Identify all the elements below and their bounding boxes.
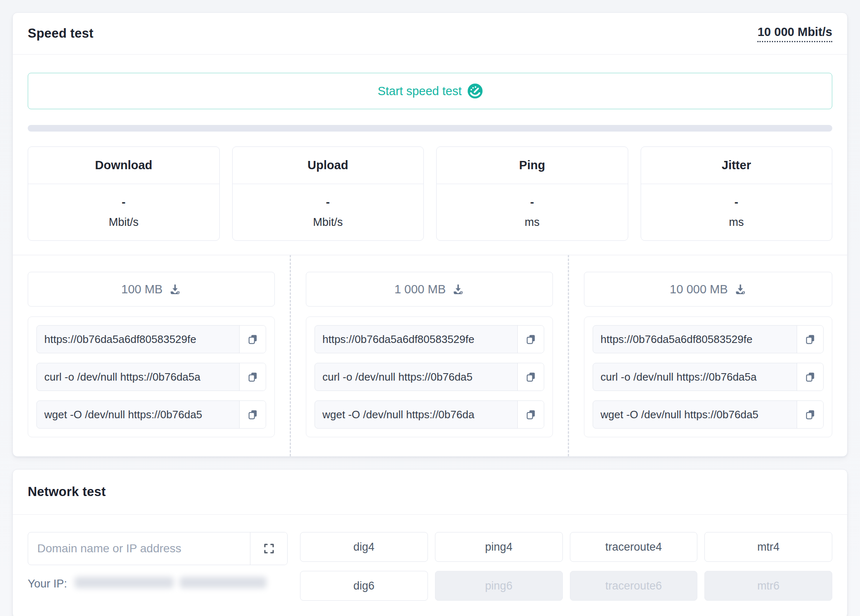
download-10000mb-button[interactable]: 10 000 MB	[584, 272, 832, 307]
stat-unit: ms	[437, 216, 628, 229]
domain-input[interactable]	[28, 532, 250, 565]
download-columns: 100 MB https://0b76da5a6df80583529fe	[13, 255, 847, 456]
expand-button[interactable]	[250, 532, 287, 565]
copy-wget-button[interactable]	[797, 401, 823, 428]
stat-value: -	[437, 195, 628, 209]
start-speed-test-button[interactable]: Start speed test	[28, 73, 832, 109]
command-row-wget: wget -O /dev/null https://0b76da5	[36, 400, 266, 429]
copy-icon	[247, 372, 258, 382]
copy-icon	[805, 409, 816, 420]
url-field[interactable]: https://0b76da5a6df80583529fe	[593, 326, 797, 353]
curl-field[interactable]: curl -o /dev/null https://0b76da5a	[593, 363, 797, 391]
start-speed-test-label: Start speed test	[377, 84, 461, 98]
command-row-curl: curl -o /dev/null https://0b76da5	[315, 363, 544, 391]
download-size-label: 10 000 MB	[670, 283, 728, 296]
copy-icon	[526, 334, 536, 345]
your-ip-row: Your IP:	[28, 577, 288, 591]
command-row-curl: curl -o /dev/null https://0b76da5a	[36, 363, 266, 391]
stat-label: Download	[28, 147, 219, 184]
stat-card-upload: Upload - Mbit/s	[232, 146, 424, 241]
command-row-url: https://0b76da5a6df80583529fe	[315, 325, 544, 353]
curl-field[interactable]: curl -o /dev/null https://0b76da5a	[37, 363, 239, 391]
speedometer-icon	[468, 84, 483, 98]
stat-label: Upload	[233, 147, 424, 184]
curl-field[interactable]: curl -o /dev/null https://0b76da5	[315, 363, 517, 391]
copy-icon	[247, 334, 258, 345]
stats-grid: Download - Mbit/s Upload - Mbit/s Ping	[28, 146, 832, 241]
download-column-1000mb: 1 000 MB https://0b76da5a6df80583529fe	[291, 255, 569, 456]
download-1000mb-button[interactable]: 1 000 MB	[306, 272, 553, 307]
url-field[interactable]: https://0b76da5a6df80583529fe	[315, 326, 517, 353]
stat-unit: Mbit/s	[233, 216, 424, 229]
download-100mb-button[interactable]: 100 MB	[28, 272, 275, 307]
tool-button-mtr4[interactable]: mtr4	[704, 532, 832, 562]
command-box: https://0b76da5a6df80583529fe curl -o	[28, 316, 275, 437]
tool-button-dig6[interactable]: dig6	[300, 571, 428, 601]
stat-card-jitter: Jitter - ms	[641, 146, 833, 241]
network-test-body: Your IP: dig4 ping4 traceroute4 mtr4 dig…	[13, 515, 847, 616]
tool-button-ping4[interactable]: ping4	[435, 532, 563, 562]
copy-icon	[526, 409, 536, 420]
stat-label: Ping	[437, 147, 628, 184]
copy-url-button[interactable]	[797, 326, 823, 353]
stat-value: -	[28, 195, 219, 209]
wget-field[interactable]: wget -O /dev/null https://0b76da5	[37, 401, 239, 428]
speed-test-body: Start speed test	[13, 55, 847, 241]
stat-unit: Mbit/s	[28, 216, 219, 229]
copy-wget-button[interactable]	[517, 401, 544, 428]
speed-test-header: Speed test 10 000 Mbit/s	[13, 13, 847, 55]
tool-button-mtr6[interactable]: mtr6	[704, 571, 832, 601]
copy-curl-button[interactable]	[517, 363, 544, 391]
tool-button-ping6[interactable]: ping6	[435, 571, 563, 601]
your-ip-label: Your IP:	[28, 578, 67, 590]
copy-url-button[interactable]	[239, 326, 266, 353]
stat-value: -	[641, 195, 832, 209]
tool-button-dig4[interactable]: dig4	[300, 532, 428, 562]
download-size-label: 1 000 MB	[394, 283, 446, 296]
stat-value: -	[233, 195, 424, 209]
download-icon	[169, 283, 181, 295]
command-row-url: https://0b76da5a6df80583529fe	[36, 325, 266, 353]
download-column-10000mb: 10 000 MB https://0b76da5a6df80583529fe	[569, 255, 847, 456]
copy-wget-button[interactable]	[239, 401, 266, 428]
command-row-url: https://0b76da5a6df80583529fe	[593, 325, 824, 353]
copy-icon	[805, 372, 816, 382]
wget-field[interactable]: wget -O /dev/null https://0b76da5	[593, 401, 797, 428]
copy-curl-button[interactable]	[239, 363, 266, 391]
domain-input-row	[28, 532, 288, 565]
command-row-wget: wget -O /dev/null https://0b76da5	[593, 400, 824, 429]
stat-label: Jitter	[641, 147, 832, 184]
command-row-wget: wget -O /dev/null https://0b76da	[315, 400, 544, 429]
domain-input-group: Your IP:	[28, 532, 288, 591]
copy-icon	[247, 409, 258, 420]
network-tools-grid: dig4 ping4 traceroute4 mtr4 dig6 ping6 t…	[300, 532, 832, 601]
copy-url-button[interactable]	[517, 326, 544, 353]
stat-card-download: Download - Mbit/s	[28, 146, 220, 241]
network-test-card: Network test	[12, 469, 848, 616]
speed-test-title: Speed test	[28, 26, 94, 41]
fullscreen-icon	[263, 542, 275, 555]
stat-unit: ms	[641, 216, 832, 229]
command-row-curl: curl -o /dev/null https://0b76da5a	[593, 363, 824, 391]
wget-field[interactable]: wget -O /dev/null https://0b76da	[315, 401, 517, 428]
command-box: https://0b76da5a6df80583529fe curl -o	[306, 316, 553, 437]
network-test-title: Network test	[28, 484, 106, 499]
download-size-label: 100 MB	[121, 283, 163, 296]
download-column-100mb: 100 MB https://0b76da5a6df80583529fe	[13, 255, 291, 456]
speed-test-progress-bar	[28, 125, 832, 132]
copy-icon	[805, 334, 816, 345]
url-field[interactable]: https://0b76da5a6df80583529fe	[37, 326, 239, 353]
download-icon	[452, 283, 464, 295]
network-test-header: Network test	[13, 470, 847, 515]
speed-test-card: Speed test 10 000 Mbit/s Start speed tes…	[12, 12, 848, 457]
copy-icon	[526, 372, 536, 382]
your-ip-redacted	[74, 577, 267, 591]
bandwidth-selector[interactable]: 10 000 Mbit/s	[757, 25, 832, 42]
stat-card-ping: Ping - ms	[436, 146, 628, 241]
copy-curl-button[interactable]	[797, 363, 823, 391]
page: Speed test 10 000 Mbit/s Start speed tes…	[0, 0, 860, 616]
tool-button-traceroute4[interactable]: traceroute4	[570, 532, 698, 562]
command-box: https://0b76da5a6df80583529fe curl -o	[584, 316, 832, 437]
tool-button-traceroute6[interactable]: traceroute6	[570, 571, 698, 601]
download-icon	[734, 283, 747, 295]
